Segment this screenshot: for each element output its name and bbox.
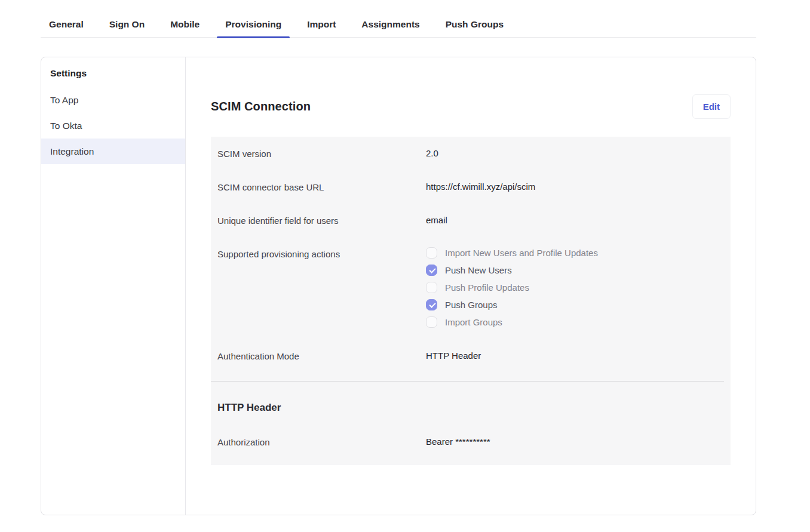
field-value: HTTP Header	[426, 350, 481, 361]
app-tabbar: General Sign On Mobile Provisioning Impo…	[41, 18, 756, 38]
checkbox-icon[interactable]	[426, 316, 437, 328]
sidebar-item-integration[interactable]: Integration	[41, 139, 185, 164]
sidebar-item-to-app[interactable]: To App	[41, 87, 185, 113]
checkbox-option-import-groups[interactable]: Import Groups	[426, 316, 598, 328]
field-row-authentication-mode: Authentication Mode HTTP Header	[217, 350, 731, 361]
integration-content: SCIM Connection Edit SCIM version 2.0 SC…	[186, 57, 756, 515]
edit-button[interactable]: Edit	[692, 94, 731, 119]
section-title: SCIM Connection	[211, 100, 311, 113]
field-row-base-url: SCIM connector base URL https://cf.wimil…	[217, 182, 731, 192]
settings-sidebar: Settings To App To Okta Integration	[41, 57, 186, 515]
field-row-authorization: Authorization Bearer **********	[217, 436, 731, 447]
checkbox-icon[interactable]	[426, 299, 437, 310]
field-row-scim-version: SCIM version 2.0	[217, 148, 731, 159]
sidebar-header: Settings	[41, 64, 185, 87]
checkbox-option-import-new-users[interactable]: Import New Users and Profile Updates	[426, 247, 598, 259]
checkbox-option-push-new-users[interactable]: Push New Users	[426, 265, 598, 276]
field-label: SCIM version	[217, 148, 426, 159]
tab-provisioning[interactable]: Provisioning	[217, 18, 290, 37]
field-label: Authentication Mode	[217, 350, 426, 361]
tab-general[interactable]: General	[41, 18, 92, 37]
field-value: 2.0	[426, 148, 438, 159]
field-label: Supported provisioning actions	[217, 248, 426, 328]
checkbox-icon[interactable]	[426, 265, 437, 276]
tab-assignments[interactable]: Assignments	[353, 18, 428, 37]
field-label: SCIM connector base URL	[217, 182, 426, 192]
checkbox-label: Import New Users and Profile Updates	[445, 248, 598, 258]
field-row-provisioning-actions: Supported provisioning actions Import Ne…	[217, 248, 731, 328]
sidebar-item-to-okta[interactable]: To Okta	[41, 113, 185, 139]
section-divider	[211, 381, 724, 382]
field-value: Bearer **********	[426, 436, 490, 447]
checkbox-label: Push Groups	[445, 300, 498, 310]
provisioning-actions-list: Import New Users and Profile Updates Pus…	[426, 247, 598, 328]
tab-import[interactable]: Import	[299, 18, 344, 37]
checkbox-icon[interactable]	[426, 247, 437, 259]
tab-mobile[interactable]: Mobile	[162, 18, 208, 37]
checkbox-option-push-groups[interactable]: Push Groups	[426, 299, 598, 310]
scim-connection-details: SCIM version 2.0 SCIM connector base URL…	[211, 137, 731, 465]
checkbox-icon[interactable]	[426, 282, 437, 293]
checkbox-label: Push New Users	[445, 265, 512, 275]
checkbox-option-push-profile-updates[interactable]: Push Profile Updates	[426, 282, 598, 293]
checkbox-label: Import Groups	[445, 317, 502, 327]
field-value: email	[426, 215, 447, 226]
checkbox-label: Push Profile Updates	[445, 282, 529, 293]
provisioning-panel: Settings To App To Okta Integration SCIM…	[41, 57, 756, 515]
field-value: https://cf.wimill.xyz/api/scim	[426, 182, 535, 192]
http-header-heading: HTTP Header	[217, 402, 731, 414]
tab-push-groups[interactable]: Push Groups	[437, 18, 512, 37]
section-title-row: SCIM Connection Edit	[211, 94, 731, 119]
field-row-unique-identifier: Unique identifier field for users email	[217, 215, 731, 226]
field-label: Unique identifier field for users	[217, 215, 426, 226]
tab-sign-on[interactable]: Sign On	[101, 18, 153, 37]
field-label: Authorization	[217, 436, 426, 447]
